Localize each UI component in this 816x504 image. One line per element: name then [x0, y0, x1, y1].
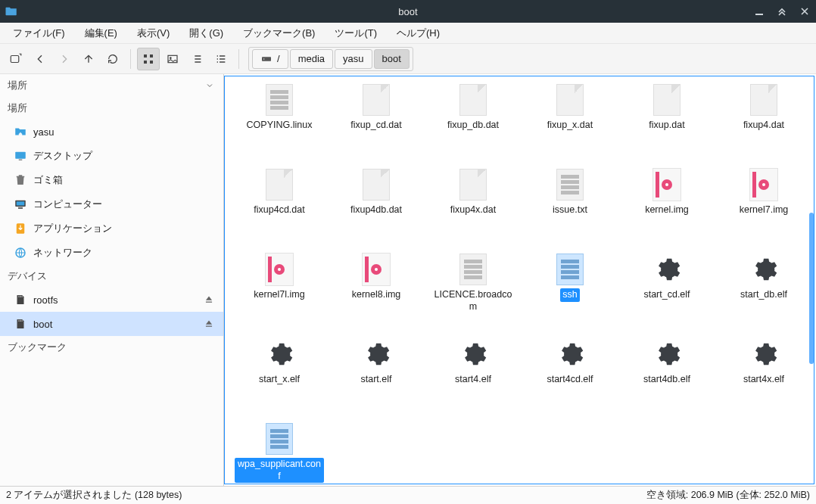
- file-label: fixup4db.dat: [348, 204, 404, 217]
- generic-file-icon: [266, 169, 293, 201]
- executable-icon: [459, 340, 487, 369]
- trash-icon: [14, 173, 27, 187]
- file-label: ssh: [560, 288, 579, 302]
- menu-view[interactable]: 表示(V): [127, 23, 179, 43]
- status-selection: 2 アイテムが選択されました (128 bytes): [6, 489, 182, 502]
- file-item[interactable]: start4.elf: [425, 337, 522, 387]
- file-item[interactable]: fixup_x.dat: [522, 82, 618, 132]
- file-item[interactable]: kernel8.img: [328, 252, 425, 302]
- file-label: fixup4x.dat: [448, 204, 498, 217]
- file-view[interactable]: COPYING.linuxfixup_cd.datfixup_db.datfix…: [224, 76, 814, 484]
- svg-rect-10: [15, 152, 26, 159]
- svg-rect-3: [150, 54, 153, 58]
- sidebar-heading-devices-label: デバイス: [8, 269, 47, 283]
- up-button[interactable]: [77, 48, 100, 70]
- sidebar-item-rootfs[interactable]: rootfs: [0, 288, 223, 312]
- file-item[interactable]: start4x.elf: [715, 337, 812, 387]
- back-button[interactable]: [29, 48, 51, 70]
- thumbnail-view-button[interactable]: [161, 48, 184, 70]
- file-label: start4db.elf: [641, 373, 693, 387]
- executable-icon: [362, 340, 391, 369]
- file-item[interactable]: kernel.img: [618, 167, 715, 217]
- file-label: fixup.dat: [646, 119, 687, 132]
- eject-icon[interactable]: [204, 318, 216, 330]
- breadcrumb-boot[interactable]: boot: [374, 49, 410, 69]
- file-item[interactable]: fixup4db.dat: [328, 167, 425, 217]
- detail-view-button[interactable]: [210, 48, 232, 70]
- file-item[interactable]: fixup4cd.dat: [231, 167, 328, 217]
- new-tab-button[interactable]: [5, 48, 27, 70]
- eject-icon[interactable]: [204, 294, 216, 306]
- menu-go[interactable]: 開く(G): [179, 23, 233, 43]
- breadcrumb-media[interactable]: media: [290, 49, 333, 69]
- close-button[interactable]: [798, 5, 811, 18]
- file-item[interactable]: fixup_db.dat: [425, 82, 522, 132]
- sidebar-item-applications[interactable]: アプリケーション: [0, 216, 223, 241]
- sidebar-heading-places-label: 場所: [8, 101, 27, 115]
- sd-card-icon: [14, 293, 27, 306]
- sidebar-item-boot[interactable]: boot: [0, 312, 223, 336]
- text-file-icon: [266, 84, 293, 116]
- svg-rect-8: [262, 57, 271, 61]
- reload-button[interactable]: [101, 48, 124, 70]
- sidebar-item-trash[interactable]: ゴミ箱: [0, 168, 223, 192]
- file-item[interactable]: fixup.dat: [618, 82, 715, 132]
- menu-edit[interactable]: 編集(E): [75, 23, 127, 43]
- file-item[interactable]: start.elf: [328, 337, 425, 387]
- scrollbar-thumb[interactable]: [809, 213, 814, 364]
- generic-file-icon: [653, 84, 681, 116]
- svg-rect-5: [150, 61, 153, 64]
- icon-view-button[interactable]: [137, 48, 160, 70]
- menu-tools[interactable]: ツール(T): [325, 23, 387, 43]
- generic-file-icon: [556, 84, 584, 116]
- statusbar: 2 アイテムが選択されました (128 bytes) 空き領域: 206.9 M…: [0, 486, 816, 504]
- text-file-icon: [556, 169, 584, 201]
- sidebar-item-computer[interactable]: コンピューター: [0, 192, 223, 216]
- file-label: start.elf: [359, 373, 394, 387]
- menu-help[interactable]: ヘルプ(H): [387, 23, 450, 43]
- list-view-button[interactable]: [185, 48, 208, 70]
- file-item[interactable]: LICENCE.broadcom: [425, 252, 522, 313]
- drive-icon: [260, 53, 273, 65]
- menu-file[interactable]: ファイル(F): [3, 23, 75, 43]
- file-item[interactable]: start4cd.elf: [522, 337, 618, 387]
- text-file-icon: [556, 254, 584, 285]
- breadcrumb-root[interactable]: /: [252, 49, 288, 69]
- file-item[interactable]: kernel7l.img: [231, 252, 328, 302]
- file-item[interactable]: start_cd.elf: [618, 252, 715, 302]
- applications-icon: [14, 222, 27, 235]
- file-label: kernel7l.img: [251, 288, 307, 302]
- breadcrumb-yasu[interactable]: yasu: [335, 49, 372, 69]
- file-item[interactable]: wpa_supplicant.conf: [231, 422, 328, 483]
- file-item[interactable]: issue.txt: [522, 167, 618, 217]
- file-label: wpa_supplicant.conf: [235, 458, 324, 483]
- network-icon: [14, 246, 27, 260]
- breadcrumb-boot-label: boot: [382, 53, 401, 64]
- file-item[interactable]: fixup_cd.dat: [328, 82, 425, 132]
- file-item[interactable]: start_x.elf: [231, 337, 328, 387]
- forward-button[interactable]: [53, 48, 76, 70]
- sidebar-item-applications-label: アプリケーション: [33, 222, 112, 235]
- sidebar-item-desktop[interactable]: デスクトップ: [0, 144, 223, 168]
- main-area: 場所 場所 yasu デスクトップ ゴミ箱 コンピューター アプリケーション: [0, 74, 816, 486]
- file-item[interactable]: COPYING.linux: [231, 82, 328, 132]
- breadcrumb: / media yasu boot: [248, 47, 413, 71]
- sidebar-item-network[interactable]: ネットワーク: [0, 241, 223, 265]
- disk-image-icon: [362, 253, 391, 286]
- sidebar-item-home[interactable]: yasu: [0, 120, 223, 144]
- file-item[interactable]: ssh: [522, 252, 618, 302]
- file-item[interactable]: start4db.elf: [618, 337, 715, 387]
- svg-rect-4: [144, 61, 147, 64]
- file-label: fixup_cd.dat: [348, 119, 403, 132]
- file-item[interactable]: kernel7.img: [715, 167, 812, 217]
- svg-rect-1: [11, 55, 19, 62]
- toolbar: / media yasu boot: [0, 44, 816, 74]
- maximize-button[interactable]: [775, 5, 789, 18]
- file-label: start_db.elf: [738, 288, 790, 302]
- file-item[interactable]: fixup4.dat: [715, 82, 812, 132]
- menu-bookmarks[interactable]: ブックマーク(B): [233, 23, 325, 43]
- file-item[interactable]: fixup4x.dat: [425, 167, 522, 217]
- file-item[interactable]: start_db.elf: [715, 252, 812, 302]
- sidebar-heading-places-top[interactable]: 場所: [0, 74, 223, 97]
- minimize-button[interactable]: [752, 5, 766, 18]
